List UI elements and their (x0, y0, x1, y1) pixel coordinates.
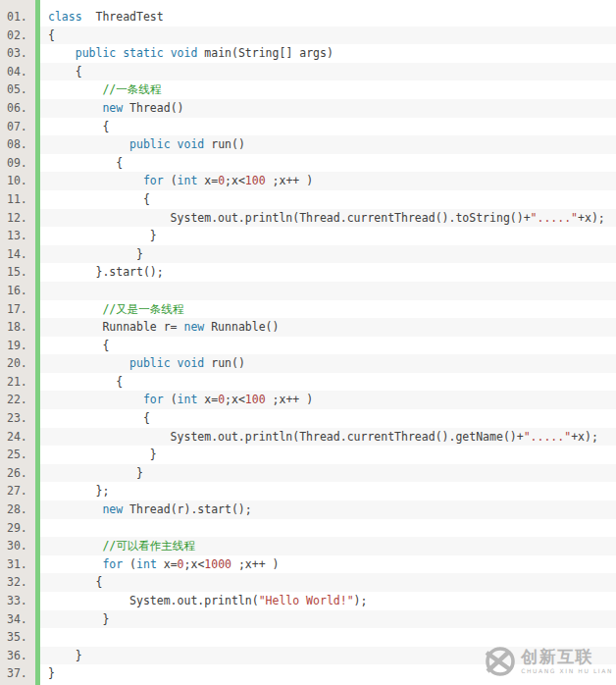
code-line-text: } (40, 464, 616, 483)
code-line: 03. public static void main(String[] arg… (0, 44, 616, 63)
line-number: 32. (0, 573, 35, 592)
line-number: 30. (0, 537, 35, 555)
code-line-text: }; (40, 482, 616, 501)
watermark: 创新互联 CHUANG XIN HU LIAN (483, 645, 613, 678)
code-line: 10. for (int x=0;x<100 ;x++ ) (0, 172, 616, 190)
code-line-text: { (40, 154, 616, 173)
code-line: 02.{ (0, 26, 616, 45)
line-number: 24. (0, 428, 35, 447)
line-number: 13. (0, 227, 35, 245)
line-number: 16. (0, 282, 35, 300)
code-rows: 01.class ThreadTest02.{03. public static… (0, 8, 616, 683)
code-line-text: }.start(); (40, 263, 616, 282)
line-number: 28. (0, 501, 35, 519)
code-line-text: { (40, 118, 616, 136)
code-line: 22. for (int x=0;x<100 ;x++ ) (0, 391, 616, 409)
code-line-text: { (40, 63, 616, 81)
code-line: 04. { (0, 63, 616, 81)
code-line-text: public void run() (40, 354, 616, 373)
code-line: 32. { (0, 573, 616, 592)
code-line: 01.class ThreadTest (0, 8, 616, 26)
code-line-text: Runnable r= new Runnable() (40, 318, 616, 337)
code-line: 14. } (0, 245, 616, 264)
watermark-subtext: CHUANG XIN HU LIAN (521, 667, 613, 674)
code-line-text: } (40, 245, 616, 264)
line-number: 09. (0, 154, 35, 173)
line-number: 25. (0, 446, 35, 464)
code-line: 15. }.start(); (0, 263, 616, 282)
line-number: 17. (0, 300, 35, 319)
code-line: 35. (0, 628, 616, 647)
code-line-text: class ThreadTest (40, 8, 616, 26)
code-line: 08. public void run() (0, 135, 616, 154)
code-line-text: System.out.println("Hello World!"); (40, 592, 616, 610)
line-number: 18. (0, 318, 35, 337)
line-number: 37. (0, 664, 35, 683)
code-line: 28. new Thread(r).start(); (0, 501, 616, 519)
code-line: 29. (0, 519, 616, 538)
code-line: 23. { (0, 409, 616, 428)
line-number: 31. (0, 555, 35, 574)
code-line-text: new Thread() (40, 99, 616, 118)
code-line: 06. new Thread() (0, 99, 616, 118)
line-number: 04. (0, 63, 35, 81)
code-line-text: { (40, 573, 616, 592)
line-number: 23. (0, 409, 35, 428)
code-snippet-viewer: 01.class ThreadTest02.{03. public static… (0, 0, 616, 685)
code-line-text: for (int x=0;x<1000 ;x++ ) (40, 555, 616, 574)
code-line-text: { (40, 373, 616, 392)
watermark-brand: 创新互联 (521, 649, 613, 665)
code-line-text: //又是一条线程 (40, 300, 616, 319)
code-line-text: } (40, 227, 616, 245)
line-number: 14. (0, 245, 35, 264)
code-line-text: { (40, 409, 616, 428)
code-line-text: System.out.println(Thread.currentThread(… (40, 209, 616, 228)
code-line: 27. }; (0, 482, 616, 501)
code-line-text: { (40, 337, 616, 355)
code-line: 05. //一条线程 (0, 80, 616, 99)
line-number: 06. (0, 99, 35, 118)
code-line-text (40, 519, 616, 538)
code-line: 13. } (0, 227, 616, 245)
code-line: 16. (0, 282, 616, 300)
line-number: 03. (0, 44, 35, 63)
line-number: 21. (0, 373, 35, 392)
code-line: 21. { (0, 373, 616, 392)
line-number: 36. (0, 647, 35, 665)
code-line: 07. { (0, 118, 616, 136)
code-line-text (40, 282, 616, 300)
line-number: 08. (0, 135, 35, 154)
code-line-text: for (int x=0;x<100 ;x++ ) (40, 172, 616, 190)
code-line-text: for (int x=0;x<100 ;x++ ) (40, 391, 616, 409)
code-line: 34. } (0, 610, 616, 629)
code-line-text: new Thread(r).start(); (40, 501, 616, 519)
line-number: 26. (0, 464, 35, 483)
code-line: 20. public void run() (0, 354, 616, 373)
code-line-text: } (40, 610, 616, 629)
code-line: 17. //又是一条线程 (0, 300, 616, 319)
code-line-text: public static void main(String[] args) (40, 44, 616, 63)
code-line: 25. } (0, 446, 616, 464)
line-number: 35. (0, 628, 35, 647)
code-line-text: System.out.println(Thread.currentThread(… (40, 428, 616, 447)
line-number: 10. (0, 172, 35, 190)
line-number: 07. (0, 118, 35, 136)
code-line: 24. System.out.println(Thread.currentThr… (0, 428, 616, 447)
brand-x-circle-logo-icon (483, 645, 516, 678)
code-line: 09. { (0, 154, 616, 173)
code-line: 26. } (0, 464, 616, 483)
line-number: 34. (0, 610, 35, 629)
code-line: 30. //可以看作主线程 (0, 537, 616, 555)
line-number: 01. (0, 8, 35, 26)
line-number: 11. (0, 190, 35, 209)
code-line-text: { (40, 190, 616, 209)
line-number: 29. (0, 519, 35, 538)
code-line: 33. System.out.println("Hello World!"); (0, 592, 616, 610)
code-line: 18. Runnable r= new Runnable() (0, 318, 616, 337)
watermark-text: 创新互联 CHUANG XIN HU LIAN (521, 649, 613, 674)
code-line: 12. System.out.println(Thread.currentThr… (0, 209, 616, 228)
code-line-text: //一条线程 (40, 80, 616, 99)
line-number: 15. (0, 263, 35, 282)
code-line: 11. { (0, 190, 616, 209)
code-line-text: } (40, 446, 616, 464)
